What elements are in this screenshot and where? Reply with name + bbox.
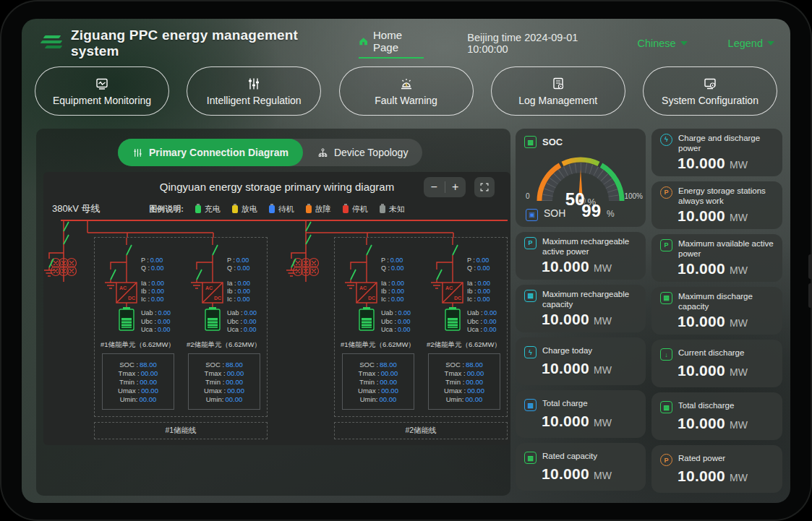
nav-equipment-monitoring[interactable]: Equipment Monitoring bbox=[35, 66, 169, 116]
battery-icon bbox=[359, 307, 374, 330]
battery-icon bbox=[205, 307, 220, 330]
stat-value: 10.000 bbox=[678, 155, 725, 172]
stat-unit: MW bbox=[594, 315, 612, 327]
wiring-icon bbox=[132, 147, 143, 158]
stat-unit: MW bbox=[730, 317, 748, 329]
svg-text:DC: DC bbox=[368, 296, 375, 301]
stat-icon: ▤ bbox=[524, 399, 537, 411]
stat-value: 10.000 bbox=[678, 260, 725, 277]
main-panel: Primary Connection Diagram Device Topolo… bbox=[36, 129, 510, 496]
stat-value: 10.000 bbox=[678, 468, 725, 485]
battery-icon bbox=[119, 307, 134, 330]
soc-gauge-card: ▤ SOC bbox=[516, 129, 646, 227]
stat-unit: MW bbox=[594, 417, 612, 429]
stat-icon: ϟ bbox=[524, 346, 537, 358]
stat-card: ϟ Charge and discharge power 10.000 MW bbox=[651, 129, 782, 176]
storage-unit: AC DC P :0.00 Q :0.00 bbox=[95, 238, 181, 416]
stats-column-right: ϟ Charge and discharge power 10.000 MW P… bbox=[651, 129, 782, 493]
stat-icon: ϟ bbox=[660, 134, 672, 146]
monitor-icon bbox=[95, 77, 109, 91]
unit-soc-box: SOC :88.00 Tmax :00.00 Tmin :00.00 Umax … bbox=[188, 353, 260, 410]
home-icon bbox=[359, 36, 368, 46]
app-logo-icon bbox=[39, 34, 64, 53]
unit-soc-box: SOC :88.00 Tmax :00.00 Tmin :00.00 Umax … bbox=[102, 353, 174, 410]
unit-name: #1储能单元（6.62MW） bbox=[95, 340, 181, 350]
svg-text:AC: AC bbox=[205, 285, 213, 290]
tab-device-topology[interactable]: Device Topology bbox=[303, 139, 422, 166]
nav-fault-warning[interactable]: Fault Warning bbox=[339, 66, 474, 116]
nav-label: System Configuration bbox=[662, 95, 758, 106]
unit-readouts: P :0.00 Q :0.00 Ia :0.00 Ib :0.00 Ic :0.… bbox=[467, 238, 507, 333]
chevron-down-icon bbox=[680, 41, 688, 46]
stat-unit: MW bbox=[730, 472, 748, 483]
stat-icon: ▤ bbox=[660, 401, 672, 413]
stats-column-left: ▤ SOC bbox=[516, 129, 646, 491]
unit-readouts: P :0.00 Q :0.00 Ia :0.00 Ib :0.00 Ic :0.… bbox=[381, 238, 421, 333]
stat-card: P Maximum rechargeable active power 10.0… bbox=[516, 232, 646, 280]
stat-title: Total charge bbox=[542, 398, 588, 408]
app-title: Ziguang PPC energy management system bbox=[71, 27, 321, 59]
stat-icon: P bbox=[660, 239, 672, 251]
tab-primary-connection-diagram[interactable]: Primary Connection Diagram bbox=[118, 139, 303, 166]
battery-icon bbox=[445, 307, 460, 330]
unit-soc-box: SOC :88.00 Tmax :00.00 Tmin :00.00 Umax … bbox=[428, 353, 500, 410]
soh-unit: % bbox=[607, 209, 615, 219]
tab-label: Primary Connection Diagram bbox=[149, 147, 289, 158]
legend-dropdown[interactable]: Legend bbox=[728, 38, 774, 49]
soh-row: ▣ SOH 99 % bbox=[526, 201, 615, 221]
stat-value: 10.000 bbox=[678, 207, 725, 225]
stat-title: Maximum discharge capacity bbox=[678, 291, 774, 312]
stat-card: ▤ Rated capacity 10.000 MW bbox=[516, 443, 646, 491]
stat-unit: MW bbox=[730, 212, 748, 223]
unit-circuit: AC DC bbox=[427, 238, 467, 333]
stat-card: ↓ Current discharge 10.000 MW bbox=[651, 340, 782, 387]
soh-database-icon: ▣ bbox=[526, 209, 538, 221]
svg-text:AC: AC bbox=[359, 285, 367, 290]
stat-unit: MW bbox=[730, 366, 748, 378]
stat-icon: P bbox=[660, 454, 672, 466]
stat-card: ▤ Maximum rechargeable capacity 10.000 M… bbox=[516, 285, 646, 332]
soh-label: SOH bbox=[544, 207, 565, 219]
wiring-diagram-panel: Qingyuan energy storage primary wiring d… bbox=[43, 172, 510, 445]
language-dropdown[interactable]: Chinese bbox=[637, 38, 687, 49]
unit-readouts: P :0.00 Q :0.00 Ia :0.00 Ib :0.00 Ic :0.… bbox=[141, 238, 181, 333]
system-gear-icon bbox=[703, 77, 717, 91]
volume-down-button[interactable] bbox=[808, 283, 812, 308]
stat-unit: MW bbox=[730, 159, 748, 171]
svg-text:AC: AC bbox=[119, 285, 127, 290]
stat-unit: MW bbox=[730, 264, 748, 276]
stat-value: 10.000 bbox=[542, 360, 589, 377]
stat-card: ▤ Total discharge 10.000 MW bbox=[651, 392, 782, 440]
stat-card: ▤ Total charge 10.000 MW bbox=[516, 390, 646, 438]
home-page-link[interactable]: Home Page bbox=[359, 29, 424, 59]
nav-system-configuration[interactable]: System Configuration bbox=[643, 66, 777, 116]
soh-value: 99 bbox=[581, 201, 601, 221]
volume-up-button[interactable] bbox=[808, 254, 812, 279]
tab-bar: Primary Connection Diagram Device Topolo… bbox=[118, 139, 422, 166]
stat-value: 10.000 bbox=[678, 415, 725, 432]
storage-unit: AC DC P :0.00 Q :0.00 bbox=[335, 238, 421, 416]
home-label: Home Page bbox=[373, 29, 424, 53]
stat-icon: P bbox=[660, 186, 672, 199]
stat-icon: ▤ bbox=[524, 290, 537, 302]
stat-card: P Maximum available active power 10.000 … bbox=[651, 234, 782, 282]
storage-line-box-2: AC DC P :0.00 Q :0.00 bbox=[334, 237, 508, 417]
header-time: Beijing time 2024-09-01 10:00:00 bbox=[467, 32, 605, 55]
nav-bar: Equipment Monitoring Intelligent Regulat… bbox=[35, 66, 777, 117]
stat-card: P Energy storage stations always work 10… bbox=[651, 181, 782, 229]
svg-text:AC: AC bbox=[445, 285, 453, 290]
tab-label: Device Topology bbox=[334, 147, 408, 158]
gauge-title: SOC bbox=[542, 137, 563, 147]
stat-card: ϟ Charge today 10.000 MW bbox=[516, 337, 646, 385]
nav-intelligent-regulation[interactable]: Intelligent Regulation bbox=[187, 66, 321, 116]
stat-card: ▤ Maximum discharge capacity 10.000 MW bbox=[651, 287, 782, 335]
nav-label: Equipment Monitoring bbox=[53, 95, 151, 106]
stat-unit: MW bbox=[594, 470, 612, 481]
unit-name: #2储能单元（6.62MW） bbox=[181, 340, 267, 350]
legend-label: Legend bbox=[728, 38, 763, 49]
nav-log-management[interactable]: Log Management bbox=[491, 66, 625, 116]
stat-unit: MW bbox=[730, 419, 748, 431]
stat-value: 10.000 bbox=[678, 362, 725, 379]
stat-title: Current discharge bbox=[678, 348, 744, 358]
storage-unit: AC DC P :0.00 Q :0.00 bbox=[181, 238, 267, 416]
